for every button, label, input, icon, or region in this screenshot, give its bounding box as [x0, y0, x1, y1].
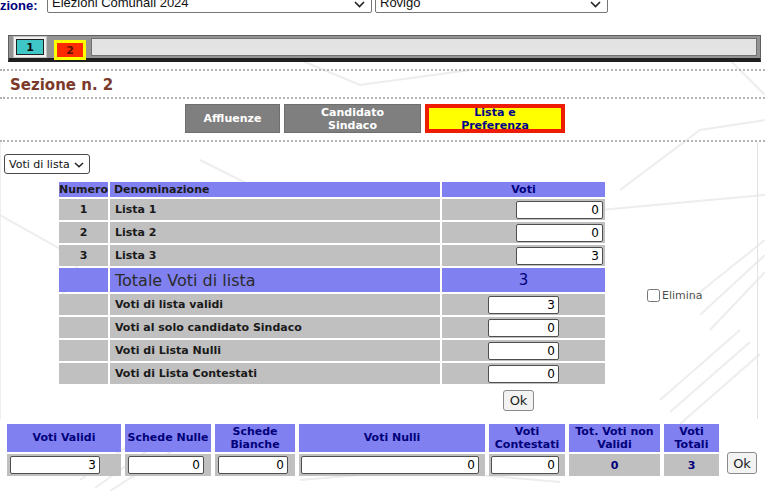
section-nav-strip [91, 38, 757, 56]
voti-lista-contestati-input[interactable] [488, 365, 559, 383]
table-row: 1 Lista 1 [59, 199, 605, 220]
lista-numero: 3 [59, 245, 108, 266]
column-header-schede-nulle: Schede Nulle [125, 424, 211, 452]
totals-value-row: 0 3 [7, 454, 719, 476]
elimina-option[interactable]: Elimina [647, 289, 703, 302]
totals-table: Voti Validi Schede Nulle Schede Bianche … [3, 422, 723, 478]
summary-row: Voti di Lista Contestati [59, 363, 605, 384]
table-header-row: Numero Denominazione Voti [59, 182, 605, 197]
municipality-select-value: Rovigo [380, 0, 420, 10]
lista-denominazione: Lista 1 [110, 199, 440, 220]
view-select-value: Voti di lista [9, 158, 70, 171]
voti-validi-input[interactable] [10, 456, 100, 474]
column-header-denominazione: Denominazione [110, 182, 440, 197]
lista-numero: 1 [59, 199, 108, 220]
summary-spacer [59, 340, 108, 361]
lista-1-voti-input[interactable] [516, 201, 603, 219]
summary-row: Voti di Lista Nulli [59, 340, 605, 361]
lista-numero: 2 [59, 222, 108, 243]
section-button-2[interactable]: 2 [57, 43, 83, 57]
municipality-select[interactable]: Rovigo [375, 0, 608, 13]
column-header-schede-bianche: Schede Bianche [215, 424, 295, 452]
summary-spacer [59, 317, 108, 338]
totals-header-row: Voti Validi Schede Nulle Schede Bianche … [7, 424, 719, 452]
lista-2-voti-input[interactable] [516, 224, 603, 242]
elimina-label: Elimina [662, 289, 703, 302]
summary-label: Voti di Lista Nulli [110, 340, 440, 361]
column-header-voti-validi: Voti Validi [7, 424, 121, 452]
elimina-checkbox[interactable] [647, 289, 660, 302]
election-label: zione: [0, 0, 38, 13]
chevron-down-icon [74, 158, 84, 171]
voti-solo-candidato-input[interactable] [488, 319, 559, 337]
lista-ok-button[interactable]: Ok [503, 390, 534, 411]
schede-bianche-input[interactable] [218, 456, 288, 474]
voti-contestati-input[interactable] [491, 456, 559, 474]
summary-row: Voti al solo candidato Sindaco [59, 317, 605, 338]
table-row: 3 Lista 3 [59, 245, 605, 266]
separator [0, 97, 765, 99]
column-header-voti: Voti [442, 182, 605, 197]
voti-totali-value: 3 [664, 454, 719, 476]
tab-lista-e-preferenza[interactable]: Lista e Preferenza [425, 104, 565, 133]
chevron-down-icon [354, 1, 365, 10]
totals-ok-button[interactable]: Ok [727, 452, 757, 474]
summary-label: Voti di Lista Contestati [110, 363, 440, 384]
total-label: Totale Voti di lista [110, 268, 440, 292]
chevron-down-icon [590, 1, 601, 10]
summary-row: Voti di lista validi [59, 294, 605, 315]
column-header-voti-nulli: Voti Nulli [299, 424, 485, 452]
lista-denominazione: Lista 3 [110, 245, 440, 266]
column-header-numero: Numero [59, 182, 108, 197]
summary-spacer [59, 294, 108, 315]
tab-bar: Affluenze Candidato Sindaco Lista e Pref… [185, 104, 565, 133]
column-header-tot-voti-non-validi: Tot. Voti non Validi [569, 424, 660, 452]
total-value: 3 [442, 268, 605, 292]
schede-nulle-input[interactable] [128, 456, 204, 474]
column-header-voti-contestati: Voti Contestati [489, 424, 565, 452]
section-nav: 1 2 [8, 35, 761, 62]
section-button-1[interactable]: 1 [16, 39, 44, 55]
tab-candidato-sindaco[interactable]: Candidato Sindaco [284, 104, 421, 133]
section-button-2-frame: 2 [54, 40, 86, 60]
election-select-value: Elezioni Comunali 2024 [52, 0, 189, 10]
summary-spacer [59, 363, 108, 384]
election-select[interactable]: Elezioni Comunali 2024 [47, 0, 372, 13]
summary-label: Voti al solo candidato Sindaco [110, 317, 440, 338]
lista-table: Numero Denominazione Voti 1 Lista 1 2 Li… [57, 180, 607, 386]
section-button-1-frame: 1 [13, 36, 47, 58]
view-select[interactable]: Voti di lista [4, 154, 90, 174]
voti-lista-nulli-input[interactable] [488, 342, 559, 360]
lista-3-voti-input[interactable] [516, 247, 603, 265]
separator [0, 69, 765, 71]
page-title: Sezione n. 2 [10, 76, 113, 94]
voti-lista-validi-input[interactable] [488, 296, 559, 314]
total-row-spacer [59, 268, 108, 292]
column-header-voti-totali: Voti Totali [664, 424, 719, 452]
lista-denominazione: Lista 2 [110, 222, 440, 243]
voti-nulli-input[interactable] [301, 456, 479, 474]
table-row: 2 Lista 2 [59, 222, 605, 243]
tot-voti-non-validi-value: 0 [569, 454, 660, 476]
tab-affluenze[interactable]: Affluenze [185, 104, 280, 133]
summary-label: Voti di lista validi [110, 294, 440, 315]
total-row: Totale Voti di lista 3 [59, 268, 605, 292]
